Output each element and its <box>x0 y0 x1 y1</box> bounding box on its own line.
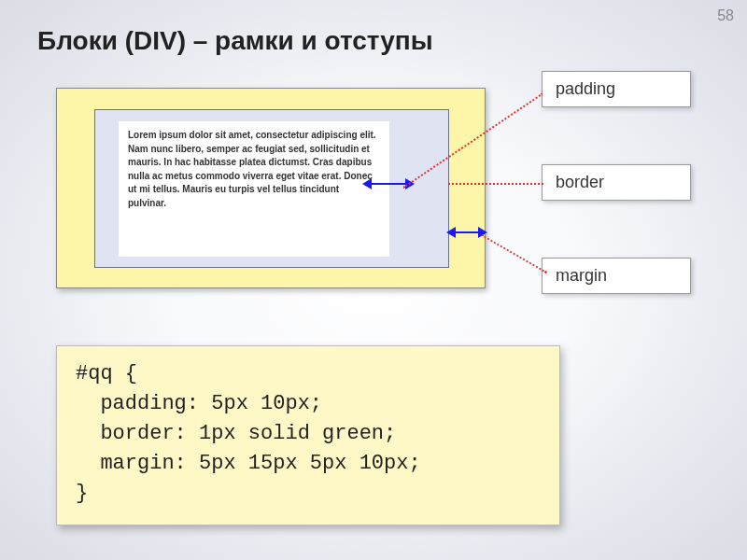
margin-label: margin <box>542 258 691 294</box>
margin-connector <box>482 234 547 273</box>
margin-area: Lorem ipsum dolor sit amet, consectetur … <box>56 88 486 288</box>
margin-arrow-icon <box>454 231 480 233</box>
border-label: border <box>542 164 691 201</box>
border-connector <box>448 183 543 185</box>
content-area: Lorem ipsum dolor sit amet, consectetur … <box>119 121 389 257</box>
padding-label: padding <box>542 71 691 107</box>
slide-title: Блоки (DIV) – рамки и отступы <box>37 26 433 56</box>
page-number: 58 <box>717 7 734 24</box>
lorem-text: Lorem ipsum dolor sit amet, consectetur … <box>119 121 389 217</box>
border-area: Lorem ipsum dolor sit amet, consectetur … <box>94 109 449 268</box>
padding-arrow-icon <box>370 183 407 185</box>
css-code-block: #qq { padding: 5px 10px; border: 1px sol… <box>56 345 560 525</box>
